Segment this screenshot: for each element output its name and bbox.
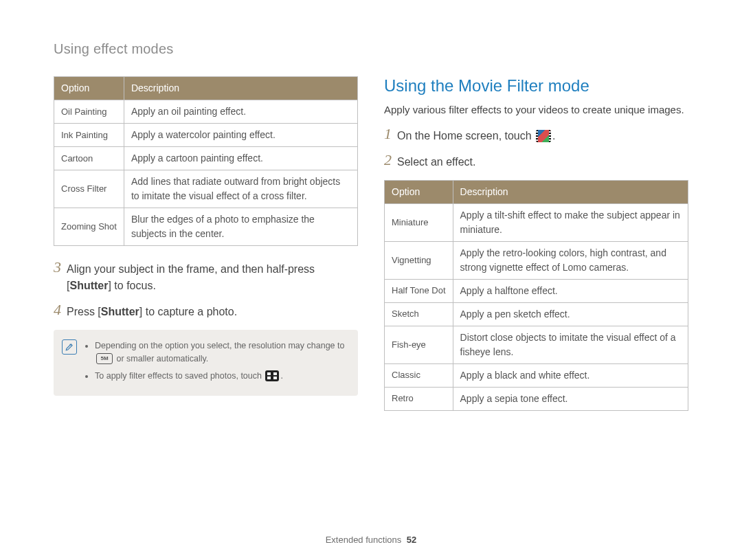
page-number: 52	[407, 535, 416, 545]
th-description: Description	[453, 180, 688, 203]
cell-option: Sketch	[385, 302, 453, 326]
table-row: Fish-eyeDistort close objects to imitate…	[385, 326, 688, 363]
step-text: Press [Shutter] to capture a photo.	[67, 304, 237, 320]
cell-desc: Apply a sepia tone effect.	[453, 387, 688, 410]
note-bullet: To apply filter effects to saved photos,…	[95, 370, 348, 383]
step-4: 4 Press [Shutter] to capture a photo.	[54, 304, 358, 320]
step-number: 1	[384, 126, 392, 142]
step-2: 2 Select an effect.	[384, 154, 688, 170]
cell-desc: Add lines that radiate outward from brig…	[124, 170, 357, 208]
cell-option: Classic	[385, 363, 453, 387]
cell-option: Cartoon	[54, 147, 124, 170]
resolution-icon: 5M	[96, 353, 113, 364]
cell-option: Vignetting	[385, 241, 453, 279]
cell-option: Oil Painting	[54, 100, 124, 124]
note-bullet: Depending on the option you select, the …	[95, 339, 348, 366]
note-icon	[62, 339, 77, 355]
step-1: 1 On the Home screen, touch .	[384, 128, 688, 144]
step-number: 3	[54, 260, 61, 275]
section-title: Using the Movie Filter mode	[384, 76, 688, 96]
table-row: Cross FilterAdd lines that radiate outwa…	[54, 170, 358, 208]
right-column: Using the Movie Filter mode Apply variou…	[384, 76, 688, 411]
cell-desc: Apply a cartoon painting effect.	[124, 147, 357, 170]
table-row: SketchApply a pen sketch effect.	[385, 302, 688, 326]
left-column: Option Description Oil PaintingApply an …	[54, 76, 358, 411]
cell-desc: Blur the edges of a photo to emphasize t…	[124, 208, 357, 246]
step-number: 4	[54, 302, 61, 317]
cell-desc: Apply a watercolor painting effect.	[124, 124, 357, 147]
table-row: ClassicApply a black and white effect.	[385, 363, 688, 387]
table-row: Half Tone DotApply a halftone effect.	[385, 279, 688, 302]
step-text: Select an effect.	[397, 154, 475, 170]
step-3: 3 Align your subject in the frame, and t…	[54, 261, 358, 294]
th-option: Option	[385, 180, 453, 203]
step-number: 2	[384, 153, 392, 168]
cell-option: Fish-eye	[385, 326, 453, 363]
table-row: Oil PaintingApply an oil painting effect…	[54, 100, 358, 124]
photo-filter-table: Option Description Oil PaintingApply an …	[54, 76, 358, 246]
breadcrumb: Using effect modes	[54, 41, 721, 57]
cell-option: Retro	[385, 387, 453, 410]
movie-filter-icon	[536, 130, 551, 142]
table-row: MiniatureApply a tilt-shift effect to ma…	[385, 203, 688, 241]
cell-desc: Apply a pen sketch effect.	[453, 302, 688, 326]
step-text: Align your subject in the frame, and the…	[67, 261, 358, 294]
footer-section: Extended functions	[326, 535, 402, 545]
note-box: Depending on the option you select, the …	[54, 330, 358, 396]
th-description: Description	[124, 77, 357, 100]
step-text: On the Home screen, touch .	[397, 128, 556, 144]
cell-option: Half Tone Dot	[385, 279, 453, 302]
table-row: Zooming ShotBlur the edges of a photo to…	[54, 208, 358, 246]
cell-desc: Apply a black and white effect.	[453, 363, 688, 387]
cell-option: Ink Painting	[54, 124, 124, 147]
cell-option: Zooming Shot	[54, 208, 124, 246]
gallery-icon	[265, 370, 279, 381]
cell-option: Cross Filter	[54, 170, 124, 208]
cell-desc: Apply a halftone effect.	[453, 279, 688, 302]
th-option: Option	[54, 77, 124, 100]
cell-desc: Apply a tilt-shift effect to make the su…	[453, 203, 688, 241]
table-row: RetroApply a sepia tone effect.	[385, 387, 688, 410]
table-row: Ink PaintingApply a watercolor painting …	[54, 124, 358, 147]
table-row: VignettingApply the retro-looking colors…	[385, 241, 688, 279]
cell-desc: Distort close objects to imitate the vis…	[453, 326, 688, 363]
section-lead: Apply various filter effects to your vid…	[384, 102, 688, 118]
movie-filter-table: Option Description MiniatureApply a tilt…	[384, 180, 688, 411]
cell-option: Miniature	[385, 203, 453, 241]
cell-desc: Apply the retro-looking colors, high con…	[453, 241, 688, 279]
page-footer: Extended functions 52	[0, 535, 742, 545]
table-row: CartoonApply a cartoon painting effect.	[54, 147, 358, 170]
cell-desc: Apply an oil painting effect.	[124, 100, 357, 124]
